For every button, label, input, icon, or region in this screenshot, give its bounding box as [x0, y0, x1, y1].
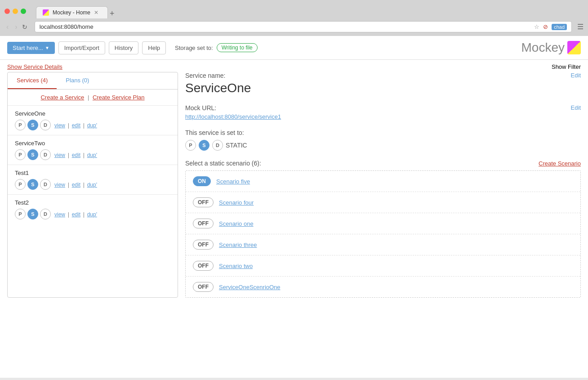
tab-favicon [43, 9, 49, 16]
right-panel: Service name: Edit ServiceOne Mock URL: … [185, 72, 581, 298]
import-export-button[interactable]: Import/Export [58, 41, 105, 54]
pipe: | [68, 181, 71, 188]
view-link[interactable]: view [54, 152, 65, 158]
scenario-row: OFF ServiceOneScenrioOne [186, 277, 580, 297]
scenario-name[interactable]: Scenario three [219, 241, 257, 248]
mode-badge-d[interactable]: D [212, 140, 223, 151]
edit-link[interactable]: edit [72, 182, 80, 188]
scenario-toggle-off[interactable]: OFF [193, 240, 214, 250]
badge-s[interactable]: S [27, 120, 38, 130]
scenario-row: OFF Scenario two [186, 255, 580, 277]
back-button[interactable]: ‹ [4, 22, 10, 32]
dup-link[interactable]: dup' [87, 182, 97, 188]
scenario-toggle-on[interactable]: ON [193, 176, 211, 186]
scenario-row: OFF Scenario four [186, 192, 580, 213]
address-bar[interactable]: localhost:8080/home ☆ ⊘ chad [35, 21, 572, 32]
badge-d[interactable]: D [40, 209, 51, 219]
tab-plans[interactable]: Plans (0) [57, 72, 98, 89]
storage-label: Storage set to: [175, 45, 213, 51]
pipe: | [83, 152, 86, 158]
create-service-link[interactable]: Create a Service [40, 94, 84, 101]
show-service-details-link[interactable]: Show Service Details [7, 63, 62, 70]
bookmark-icon[interactable]: ☆ [534, 23, 539, 30]
badge-p[interactable]: P [15, 149, 26, 160]
new-tab-button[interactable]: + [110, 9, 115, 18]
badge-s[interactable]: S [27, 179, 38, 190]
mode-badge-p[interactable]: P [185, 140, 196, 151]
address-bar-row: ‹ › ↻ localhost:8080/home ☆ ⊘ chad ☰ [0, 18, 588, 36]
mock-url-link[interactable]: http://localhost:8080/service/service1 [185, 113, 281, 120]
service-links: view | edit | dup' [54, 181, 97, 188]
user-icon[interactable]: chad [552, 24, 567, 30]
mode-label: STATIC [226, 142, 247, 149]
help-button[interactable]: Help [142, 41, 166, 54]
tabs-header: Services (4) Plans (0) [8, 72, 178, 89]
scenario-toggle-off[interactable]: OFF [193, 282, 214, 292]
browser-menu-icon[interactable]: ☰ [577, 22, 584, 31]
close-button[interactable] [4, 9, 10, 14]
forward-button[interactable]: › [13, 22, 19, 32]
badge-d[interactable]: D [40, 120, 51, 130]
browser-chrome: Mockey - Home ✕ + ‹ › ↻ localhost:8080/h… [0, 0, 588, 36]
edit-url-link[interactable]: Edit [571, 104, 581, 113]
show-filter-link[interactable]: Show Filter [552, 63, 581, 70]
edit-service-link[interactable]: Edit [571, 72, 581, 79]
view-link[interactable]: view [54, 182, 65, 188]
main-layout: Services (4) Plans (0) Create a Service … [0, 72, 588, 305]
pipe: | [68, 122, 71, 129]
dup-link[interactable]: dup' [87, 122, 97, 129]
scenario-name[interactable]: Scenario five [216, 178, 250, 185]
badge-s[interactable]: S [27, 209, 38, 219]
import-export-label: Import/Export [64, 45, 99, 51]
scenario-toggle-off[interactable]: OFF [193, 197, 214, 207]
mode-badge-s[interactable]: S [199, 140, 209, 151]
scenario-name[interactable]: Scenario two [219, 263, 253, 269]
create-scenario-link[interactable]: Create Scenario [539, 160, 581, 167]
service-links: view | edit | dup' [54, 211, 97, 218]
scenario-list: ON Scenario five OFF Scenario four OFF S… [185, 170, 581, 298]
scenario-name[interactable]: Scenario four [219, 199, 254, 206]
service-item: ServiceOne P S D view | edit | dup' [8, 106, 178, 135]
badge-p[interactable]: P [15, 209, 26, 219]
history-button[interactable]: History [109, 41, 138, 54]
badge-d[interactable]: D [40, 179, 51, 190]
service-set-to: This service is set to: P S D STATIC [185, 129, 581, 151]
service-controls: P S D view | edit | dup' [15, 120, 170, 130]
create-plan-link[interactable]: Create Service Plan [93, 94, 145, 101]
start-here-button[interactable]: Start here... ▼ [7, 42, 55, 54]
browser-tab[interactable]: Mockey - Home ✕ [36, 6, 108, 18]
badge-p[interactable]: P [15, 179, 26, 190]
scenario-toggle-off[interactable]: OFF [193, 219, 214, 228]
service-controls: P S D view | edit | dup' [15, 149, 170, 160]
minimize-button[interactable] [13, 9, 18, 14]
reload-button[interactable]: ↻ [22, 23, 27, 31]
edit-link[interactable]: edit [72, 152, 80, 158]
url-text: localhost:8080/home [40, 23, 534, 30]
mock-url-label: Mock URL: [185, 104, 216, 112]
browser-nav: ‹ › ↻ [4, 22, 27, 32]
scenario-name[interactable]: Scenario one [219, 220, 254, 227]
service-controls: P S D view | edit | dup' [15, 179, 170, 190]
view-link[interactable]: view [54, 122, 65, 129]
tab-bar: Mockey - Home ✕ + [31, 6, 119, 18]
scenario-toggle-off[interactable]: OFF [193, 261, 214, 271]
service-name: Test2 [15, 199, 170, 206]
edit-link[interactable]: edit [72, 211, 80, 218]
dup-link[interactable]: dup' [87, 211, 97, 218]
tab-services[interactable]: Services (4) [8, 72, 57, 89]
scenario-row: ON Scenario five [186, 171, 580, 192]
badge-d[interactable]: D [40, 149, 51, 160]
badge-s[interactable]: S [27, 149, 38, 160]
maximize-button[interactable] [21, 9, 26, 14]
writing-badge: Writing to file [217, 43, 258, 52]
service-links: view | edit | dup' [54, 152, 97, 158]
badge-p[interactable]: P [15, 120, 26, 130]
scenario-name[interactable]: ServiceOneScenrioOne [219, 284, 281, 291]
edit-link[interactable]: edit [72, 122, 80, 129]
tab-close-button[interactable]: ✕ [94, 9, 98, 16]
dup-link[interactable]: dup' [87, 152, 97, 158]
view-link[interactable]: view [54, 211, 65, 218]
separator: | [88, 94, 91, 101]
service-actions: Create a Service | Create Service Plan [8, 89, 178, 106]
tab-plans-label: Plans (0) [66, 77, 89, 84]
